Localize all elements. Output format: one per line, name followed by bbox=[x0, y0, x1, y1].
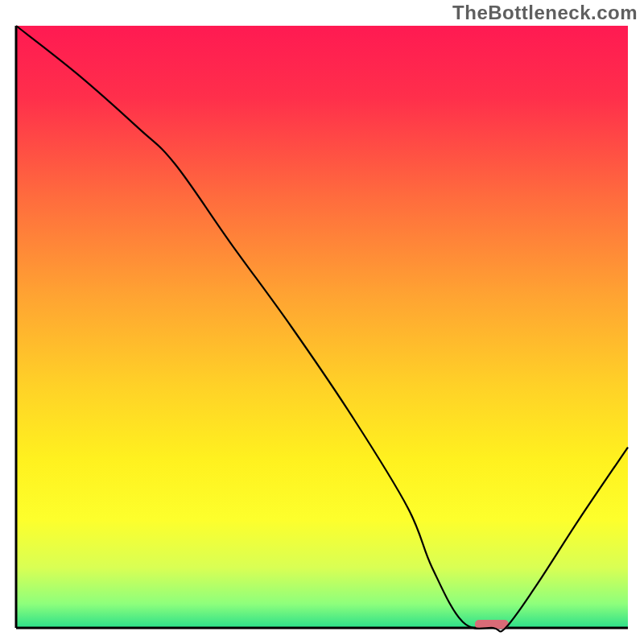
plot-area bbox=[10, 23, 634, 634]
chart-svg bbox=[10, 23, 634, 634]
gradient-background bbox=[16, 26, 628, 628]
chart-container: TheBottleneck.com bbox=[0, 0, 644, 644]
watermark-text: TheBottleneck.com bbox=[452, 2, 638, 24]
